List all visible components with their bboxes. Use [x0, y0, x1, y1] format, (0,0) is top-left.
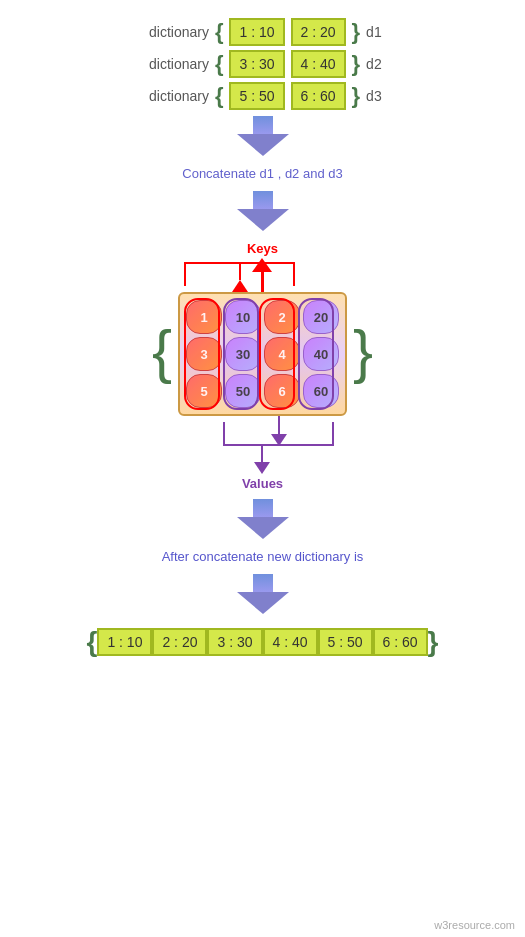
result-open-brace: { — [87, 626, 98, 658]
values-section: Values — [242, 444, 283, 491]
concat-label: Concatenate d1 , d2 and d3 — [182, 166, 342, 181]
result-cell-6: 6 : 60 — [373, 628, 428, 656]
values-arrow-head — [254, 462, 270, 474]
keys-section: Keys — [247, 241, 278, 292]
pg-cell-2-3: 4 — [264, 337, 300, 371]
pill-grid-wrapper: 1 10 2 20 3 30 4 40 5 50 6 60 — [178, 292, 347, 416]
close-brace-2: } — [352, 51, 361, 77]
main-container: dictionary { 1 : 10 2 : 20 } d1 dictiona… — [0, 0, 525, 937]
vals-bracket-shaft — [278, 416, 280, 434]
pg-cell-2-2: 30 — [225, 337, 261, 371]
values-label: Values — [242, 476, 283, 491]
dict-row-2: dictionary { 3 : 30 4 : 40 } d2 — [129, 50, 396, 78]
pill-grid: 1 10 2 20 3 30 4 40 5 50 6 60 — [178, 292, 347, 416]
dict-cell-2-1: 3 : 30 — [229, 50, 284, 78]
dict-cell-1-1: 1 : 10 — [229, 18, 284, 46]
keys-arrow-shaft — [261, 272, 264, 292]
dict-row-3: dictionary { 5 : 50 6 : 60 } d3 — [129, 82, 396, 110]
keys-bracket-shaft — [239, 262, 241, 280]
dict-cell-3-2: 6 : 60 — [291, 82, 346, 110]
pill-grid-section: { 1 — [152, 292, 373, 416]
close-brace-1: } — [352, 19, 361, 45]
keys-up-arrow — [252, 258, 272, 292]
footer: w3resource.com — [434, 919, 515, 931]
result-close-brace: } — [428, 626, 439, 658]
dict-cell-1-2: 2 : 20 — [291, 18, 346, 46]
open-brace-1: { — [215, 19, 224, 45]
pg-cell-2-4: 40 — [303, 337, 339, 371]
dict-name-3: d3 — [366, 88, 396, 104]
pg-cell-1-2: 10 — [225, 300, 261, 334]
arrow-4 — [237, 574, 289, 614]
outer-brace-right: } — [353, 322, 373, 382]
arrow-shaft-1 — [250, 116, 276, 134]
dict-row-1: dictionary { 1 : 10 2 : 20 } d1 — [129, 18, 396, 46]
pg-cell-3-4: 60 — [303, 374, 339, 408]
keys-bracket — [184, 262, 295, 286]
dict-label-2: dictionary — [129, 56, 209, 72]
pg-cell-1-3: 2 — [264, 300, 300, 334]
keys-bracket-arrow — [232, 280, 248, 292]
arrow-2 — [237, 191, 289, 231]
arrow-shaft-4 — [250, 574, 276, 592]
arrow-head-4 — [237, 592, 289, 614]
result-cell-4: 4 : 40 — [263, 628, 318, 656]
arrow-1 — [237, 116, 289, 156]
arrow-head-3 — [237, 517, 289, 539]
arrow-3 — [237, 499, 289, 539]
pg-cell-1-1: 1 — [186, 300, 222, 334]
keys-arrow-head — [252, 258, 272, 272]
open-brace-2: { — [215, 51, 224, 77]
dict-label-1: dictionary — [129, 24, 209, 40]
dict-name-2: d2 — [366, 56, 396, 72]
dict-section: dictionary { 1 : 10 2 : 20 } d1 dictiona… — [129, 18, 396, 110]
after-label: After concatenate new dictionary is — [162, 549, 364, 564]
arrow-shaft-2 — [250, 191, 276, 209]
pg-cell-3-3: 6 — [264, 374, 300, 408]
arrow-head-2 — [237, 209, 289, 231]
dict-cell-2-2: 4 : 40 — [291, 50, 346, 78]
result-cell-5: 5 : 50 — [318, 628, 373, 656]
pg-cell-3-1: 5 — [186, 374, 222, 408]
dict-label-3: dictionary — [129, 88, 209, 104]
values-down-arrow — [254, 444, 270, 474]
values-arrow-shaft — [261, 444, 263, 462]
arrow-shaft-3 — [250, 499, 276, 517]
vals-bracket — [223, 422, 334, 446]
result-cell-2: 2 : 20 — [152, 628, 207, 656]
pg-cell-2-1: 3 — [186, 337, 222, 371]
keys-label: Keys — [247, 241, 278, 256]
close-brace-3: } — [352, 83, 361, 109]
result-section: { 1 : 10 2 : 20 3 : 30 4 : 40 5 : 50 6 :… — [87, 626, 439, 658]
open-brace-3: { — [215, 83, 224, 109]
result-cell-1: 1 : 10 — [97, 628, 152, 656]
dict-cell-3-1: 5 : 50 — [229, 82, 284, 110]
outer-brace-left: { — [152, 322, 172, 382]
pg-cell-1-4: 20 — [303, 300, 339, 334]
pg-cell-3-2: 50 — [225, 374, 261, 408]
result-cell-3: 3 : 30 — [207, 628, 262, 656]
dict-name-1: d1 — [366, 24, 396, 40]
arrow-head-1 — [237, 134, 289, 156]
